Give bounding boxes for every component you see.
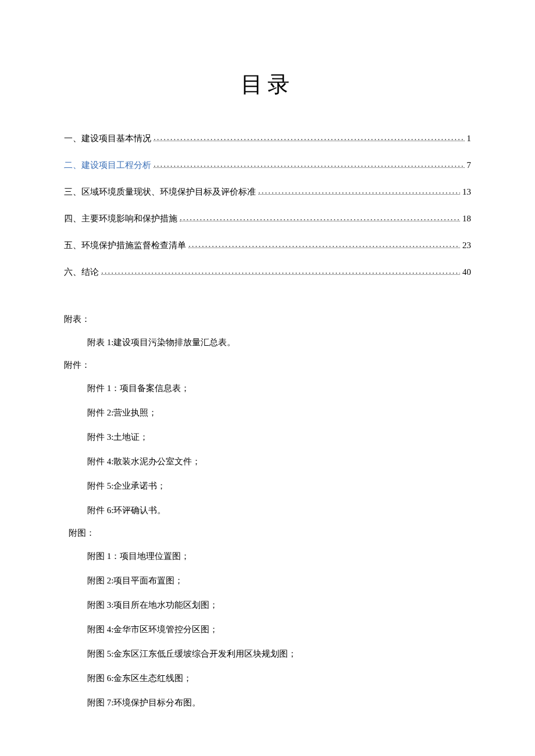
- toc-entry: 三、区域环境质量现状、环境保护目标及评价标准 13: [64, 185, 471, 199]
- toc-entry: 二、建设项目工程分析 7: [64, 158, 471, 172]
- toc-label-link[interactable]: 二、建设项目工程分析: [64, 158, 151, 172]
- toc-page: 1: [467, 131, 472, 145]
- figures-heading: 附图：: [64, 528, 471, 539]
- appendix-tables-heading: 附表：: [64, 314, 471, 325]
- list-item: 附件 5:企业承诺书；: [87, 479, 471, 493]
- toc-page: 18: [462, 212, 471, 225]
- toc-page: 7: [467, 158, 472, 172]
- appendix-tables-section: 附表： 附表 1:建设项目污染物排放量汇总表。: [64, 314, 471, 349]
- appendix-tables-list: 附表 1:建设项目污染物排放量汇总表。: [64, 335, 471, 349]
- list-item: 附图 6:金东区生态红线图；: [87, 671, 471, 685]
- list-item: 附件 4:散装水泥办公室文件；: [87, 454, 471, 468]
- toc-dots: [154, 159, 465, 168]
- page-title: 目录: [64, 70, 471, 99]
- attachments-heading: 附件：: [64, 360, 471, 371]
- toc-entry: 六、结论 40: [64, 265, 471, 279]
- toc-entry: 四、主要环境影响和保护措施 18: [64, 212, 471, 225]
- toc-entry: 五、环境保护措施监督检查清单 23: [64, 238, 471, 252]
- figures-list: 附图 1：项目地理位置图； 附图 2:项目平面布置图； 附图 3:项目所在地水功…: [64, 549, 471, 710]
- attachments-section: 附件： 附件 1：项目备案信息表； 附件 2:营业执照； 附件 3:土地证； 附…: [64, 360, 471, 517]
- toc-label: 五、环境保护措施监督检查清单: [64, 238, 186, 252]
- toc-page: 40: [462, 265, 471, 279]
- toc-dots: [258, 186, 460, 195]
- list-item: 附件 6:环评确认书。: [87, 503, 471, 517]
- toc-entry: 一、建设项目基本情况 1: [64, 131, 471, 145]
- list-item: 附图 5:金东区江东低丘缓坡综合开发利用区块规划图；: [87, 647, 471, 661]
- toc-page: 23: [462, 238, 471, 252]
- table-of-contents: 一、建设项目基本情况 1 二、建设项目工程分析 7 三、区域环境质量现状、环境保…: [64, 131, 471, 279]
- list-item: 附表 1:建设项目污染物排放量汇总表。: [87, 335, 471, 349]
- toc-label: 三、区域环境质量现状、环境保护目标及评价标准: [64, 185, 256, 199]
- list-item: 附图 1：项目地理位置图；: [87, 549, 471, 563]
- list-item: 附图 4:金华市区环境管控分区图；: [87, 622, 471, 636]
- list-item: 附件 3:土地证；: [87, 430, 471, 444]
- list-item: 附图 3:项目所在地水功能区划图；: [87, 598, 471, 612]
- toc-dots: [154, 132, 465, 141]
- toc-page: 13: [462, 185, 471, 199]
- figures-section: 附图： 附图 1：项目地理位置图； 附图 2:项目平面布置图； 附图 3:项目所…: [64, 528, 471, 710]
- list-item: 附图 2:项目平面布置图；: [87, 574, 471, 587]
- list-item: 附件 1：项目备案信息表；: [87, 381, 471, 395]
- attachments-list: 附件 1：项目备案信息表； 附件 2:营业执照； 附件 3:土地证； 附件 4:…: [64, 381, 471, 517]
- toc-dots: [180, 213, 460, 221]
- toc-dots: [101, 266, 460, 275]
- toc-label: 六、结论: [64, 265, 99, 279]
- toc-label: 一、建设项目基本情况: [64, 131, 151, 145]
- toc-dots: [188, 239, 460, 248]
- list-item: 附图 7:环境保护目标分布图。: [87, 696, 471, 710]
- toc-label: 四、主要环境影响和保护措施: [64, 212, 177, 225]
- list-item: 附件 2:营业执照；: [87, 406, 471, 420]
